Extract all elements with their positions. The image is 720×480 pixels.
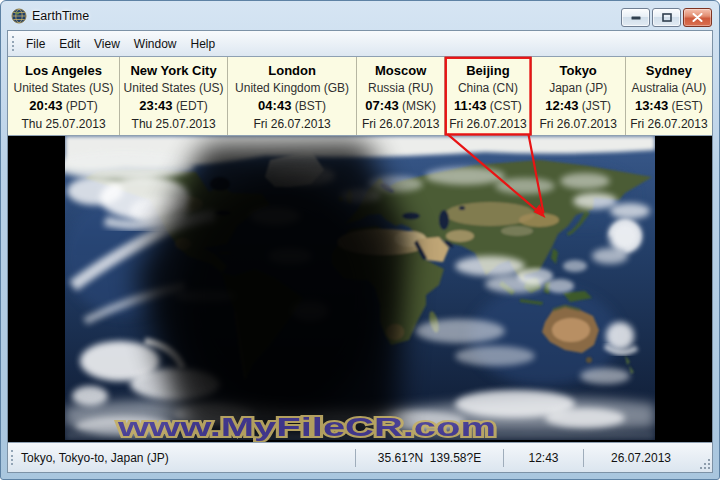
city-name: London	[228, 62, 356, 80]
minimize-icon	[631, 16, 641, 20]
status-time: 12:43	[504, 451, 583, 465]
status-coordinates: 35.61?N 139.58?E	[356, 451, 503, 465]
menu-view[interactable]: View	[87, 33, 127, 55]
status-date: 26.07.2013	[584, 451, 698, 465]
svg-text:www.MyFileCR.com: www.MyFileCR.com	[116, 414, 496, 442]
resize-grip-dots-icon	[700, 459, 711, 470]
clock-panel-tokyo[interactable]: Tokyo Japan (JP) 12:43 (JST) Fri 26.07.2…	[532, 57, 626, 135]
local-date: Fri 26.07.2013	[626, 116, 712, 134]
menu-edit[interactable]: Edit	[52, 33, 87, 55]
local-time: 11:43 (CST)	[445, 97, 530, 116]
local-time: 07:43 (MSK)	[357, 97, 444, 116]
caption-buttons	[621, 8, 712, 27]
local-time: 20:43 (PDT)	[8, 97, 119, 116]
local-time: 23:43 (EDT)	[120, 97, 227, 116]
country-name: China (CN)	[445, 80, 530, 98]
clock-panel-beijing[interactable]: Beijing China (CN) 11:43 (CST) Fri 26.07…	[445, 57, 531, 135]
menu-help[interactable]: Help	[184, 33, 223, 55]
resize-grip[interactable]	[698, 443, 712, 472]
local-date: Fri 26.07.2013	[357, 116, 444, 134]
status-location: Tokyo, Tokyo-to, Japan (JP)	[17, 451, 355, 465]
country-name: United Kingdom (GB)	[228, 80, 356, 98]
title-bar[interactable]: EarthTime	[7, 1, 713, 30]
country-name: Russia (RU)	[357, 80, 444, 98]
city-name: New York City	[120, 62, 227, 80]
local-date: Fri 26.07.2013	[532, 116, 625, 134]
city-name: Los Angeles	[8, 62, 119, 80]
close-icon	[692, 13, 703, 22]
country-name: United States (US)	[120, 80, 227, 98]
satellite-earth-map	[65, 136, 655, 440]
local-time: 04:43 (BST)	[228, 97, 356, 116]
clock-panel-new-york-city[interactable]: New York City United States (US) 23:43 (…	[120, 57, 228, 135]
earthtime-window: EarthTime File Edit View Window Help	[0, 0, 720, 480]
menu-file[interactable]: File	[19, 33, 52, 55]
country-name: Japan (JP)	[532, 80, 625, 98]
myfilecr-watermark: www.MyFileCR.com	[114, 414, 514, 442]
minimize-button[interactable]	[621, 8, 650, 27]
local-date: Thu 25.07.2013	[8, 116, 119, 134]
status-grip-handle	[11, 450, 13, 465]
world-map[interactable]: www.MyFileCR.com	[8, 136, 712, 442]
local-date: Thu 25.07.2013	[120, 116, 227, 134]
clock-panel-sydney[interactable]: Sydney Australia (AU) 13:43 (EST) Fri 26…	[626, 57, 712, 135]
country-name: United States (US)	[8, 80, 119, 98]
menu-grip-handle[interactable]	[12, 36, 14, 51]
city-name: Sydney	[626, 62, 712, 80]
country-name: Australia (AU)	[626, 80, 712, 98]
clock-panel-london[interactable]: London United Kingdom (GB) 04:43 (BST) F…	[228, 57, 357, 135]
window-title: EarthTime	[32, 9, 89, 23]
close-button[interactable]	[683, 8, 712, 27]
city-name: Tokyo	[532, 62, 625, 80]
maximize-icon	[662, 13, 672, 22]
earthtime-globe-icon	[11, 8, 27, 24]
menu-bar: File Edit View Window Help	[8, 31, 712, 56]
clock-row: Los Angeles United States (US) 20:43 (PD…	[8, 56, 712, 136]
local-time: 12:43 (JST)	[532, 97, 625, 116]
local-date: Fri 26.07.2013	[228, 116, 356, 134]
maximize-button[interactable]	[652, 8, 681, 27]
city-name: Beijing	[445, 62, 530, 80]
city-name: Moscow	[357, 62, 444, 80]
local-time: 13:43 (EST)	[626, 97, 712, 116]
menu-window[interactable]: Window	[127, 33, 184, 55]
clock-panel-los-angeles[interactable]: Los Angeles United States (US) 20:43 (PD…	[8, 57, 120, 135]
client-area: File Edit View Window Help Los Angeles U…	[7, 30, 713, 473]
status-bar: Tokyo, Tokyo-to, Japan (JP) 35.61?N 139.…	[8, 442, 712, 472]
clock-panel-moscow[interactable]: Moscow Russia (RU) 07:43 (MSK) Fri 26.07…	[357, 57, 445, 135]
local-date: Fri 26.07.2013	[445, 116, 530, 134]
